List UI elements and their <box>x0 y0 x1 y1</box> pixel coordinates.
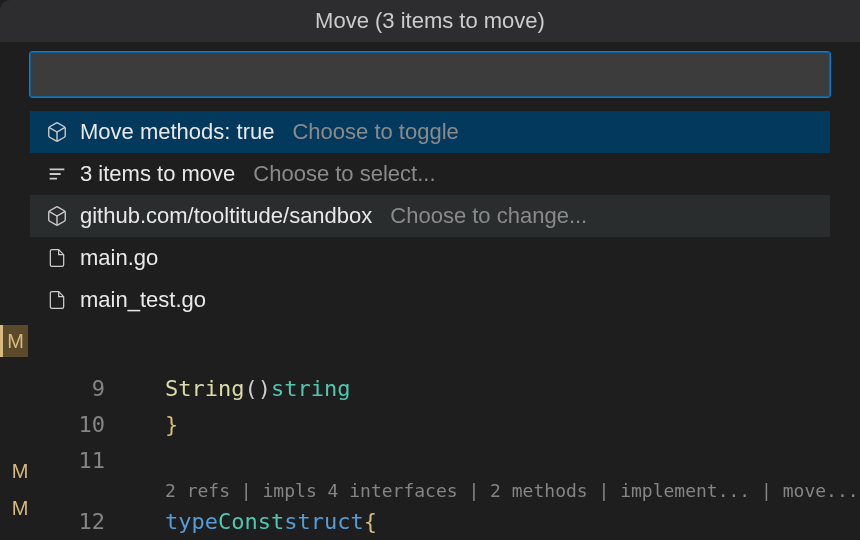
modified-marker: M <box>12 497 29 520</box>
line-number: 11 <box>40 448 135 473</box>
picker-item-file-main-test[interactable]: main_test.go <box>30 279 830 321</box>
modified-marker: M <box>0 325 28 357</box>
picker-item-label: Move methods: true <box>80 119 274 145</box>
picker-item-label: 3 items to move <box>80 161 235 187</box>
list-icon <box>46 163 68 185</box>
file-icon <box>46 247 68 269</box>
picker-list: Move methods: true Choose to toggle 3 it… <box>30 111 830 321</box>
picker-item-items-to-move[interactable]: 3 items to move Choose to select... <box>30 153 830 195</box>
code-editor[interactable]: 9 String() string 10 } 11 2 refs | impls… <box>40 370 860 540</box>
gutter-markers: M M <box>0 370 40 540</box>
code-text: } <box>165 412 178 437</box>
line-number: 12 <box>40 509 135 534</box>
line-number: 9 <box>40 376 135 401</box>
picker-item-label: main_test.go <box>80 287 206 313</box>
window-title: Move (3 items to move) <box>0 0 860 42</box>
code-text: String() string <box>165 376 350 401</box>
search-input[interactable] <box>30 52 830 97</box>
code-lens[interactable]: 2 refs | impls 4 interfaces | 2 methods … <box>40 480 860 501</box>
editor-area: M M 9 String() string 10 } 11 2 refs | i… <box>0 370 860 540</box>
code-line: 9 String() string <box>40 370 860 406</box>
picker-item-label: main.go <box>80 245 158 271</box>
picker-item-hint: Choose to select... <box>253 161 435 187</box>
line-number: 10 <box>40 412 135 437</box>
code-line: 11 <box>40 442 860 478</box>
code-text: type Const struct { <box>165 509 377 534</box>
modified-marker: M <box>12 460 29 483</box>
picker-item-label: github.com/tooltitude/sandbox <box>80 203 372 229</box>
picker-item-move-methods[interactable]: Move methods: true Choose to toggle <box>30 111 830 153</box>
package-icon <box>46 205 68 227</box>
picker-item-file-main[interactable]: main.go <box>30 237 830 279</box>
package-icon <box>46 121 68 143</box>
picker-item-hint: Choose to change... <box>390 203 587 229</box>
file-icon <box>46 289 68 311</box>
quick-picker: Move methods: true Choose to toggle 3 it… <box>30 52 830 321</box>
picker-item-hint: Choose to toggle <box>292 119 458 145</box>
picker-item-package[interactable]: github.com/tooltitude/sandbox Choose to … <box>30 195 830 237</box>
code-line: 12 type Const struct { <box>40 503 860 539</box>
code-line: 10 } <box>40 406 860 442</box>
